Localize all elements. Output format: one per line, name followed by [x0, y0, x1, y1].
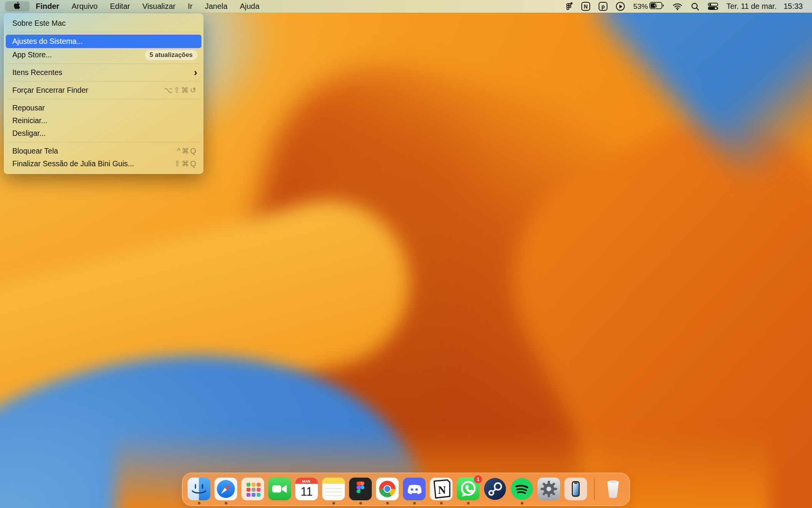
- dock-item-discord[interactable]: [403, 477, 426, 501]
- calendar-day-label: 11: [301, 485, 313, 498]
- menubar-item-janela[interactable]: Janela: [199, 1, 234, 12]
- menubar-date: Ter. 11 de mar.: [726, 2, 777, 11]
- control-center-icon[interactable]: [704, 3, 722, 10]
- menu-separator: [8, 64, 200, 64]
- menu-item-ajustes-do-sistema[interactable]: Ajustes do Sistema...: [6, 35, 201, 48]
- menu-item-shortcut: ⇧⌘Q: [174, 159, 197, 168]
- dock-separator: [594, 478, 595, 500]
- running-indicator: [386, 502, 389, 505]
- menubar-app-name[interactable]: Finder: [30, 1, 65, 12]
- dock-item-notion[interactable]: N: [429, 477, 453, 501]
- running-indicator: [198, 502, 200, 505]
- wifi-status-icon[interactable]: [668, 3, 687, 10]
- dock-item-chrome[interactable]: [376, 477, 399, 501]
- menubar-clock[interactable]: Ter. 11 de mar. 15:33: [722, 2, 803, 11]
- notion-status-icon[interactable]: N: [577, 2, 594, 11]
- running-indicator: [521, 502, 523, 505]
- menu-separator: [8, 81, 200, 82]
- dock-item-notes[interactable]: [322, 477, 345, 501]
- menu-bar: Finder Arquivo Editar Visualizar Ir Jane…: [0, 0, 812, 13]
- desktop: Finder Arquivo Editar Visualizar Ir Jane…: [0, 0, 812, 508]
- dock-item-calendar[interactable]: MAR. 11: [295, 477, 318, 501]
- menu-item-label: Repousar: [12, 104, 197, 112]
- menu-item-repousar[interactable]: Repousar: [4, 102, 203, 114]
- dock-item-safari[interactable]: [214, 477, 238, 501]
- menu-item-shortcut: ⌥⇧⌘↺: [164, 86, 197, 95]
- menu-item-label: Desligar...: [12, 129, 197, 138]
- dock-item-system-settings[interactable]: [537, 477, 561, 501]
- menu-item-label: Forçar Encerrar Finder: [12, 86, 164, 95]
- menu-item-label: Reiniciar...: [12, 116, 197, 125]
- battery-icon: [649, 2, 664, 11]
- menu-item-forcar-encerrar-finder[interactable]: Forçar Encerrar Finder ⌥⇧⌘↺: [4, 84, 203, 97]
- running-indicator: [225, 502, 227, 505]
- menu-item-label: Ajustes do Sistema...: [12, 37, 197, 46]
- menubar-time: 15:33: [784, 2, 803, 11]
- menu-item-reiniciar[interactable]: Reiniciar...: [4, 114, 203, 127]
- spotlight-search-icon[interactable]: [687, 2, 704, 11]
- playback-status-icon[interactable]: [612, 2, 629, 11]
- notion-letter: N: [438, 484, 446, 496]
- menu-item-itens-recentes[interactable]: Itens Recentes ›: [4, 66, 203, 79]
- menu-separator: [8, 32, 200, 32]
- running-indicator: [467, 502, 469, 505]
- menubar-item-arquivo[interactable]: Arquivo: [65, 1, 104, 12]
- battery-percent: 53%: [633, 2, 649, 11]
- running-indicator: [440, 502, 443, 505]
- p-app-status-icon[interactable]: p: [594, 2, 612, 11]
- menu-item-desligar[interactable]: Desligar...: [4, 127, 203, 140]
- menubar-status-area: N p 53%: [561, 2, 803, 11]
- battery-status[interactable]: 53%: [629, 2, 668, 11]
- updates-badge: 5 atualizações: [145, 50, 197, 60]
- menu-item-label: Sobre Este Mac: [12, 19, 197, 28]
- menu-item-bloquear-tela[interactable]: Bloquear Tela ^⌘Q: [4, 145, 203, 157]
- dock-item-launchpad[interactable]: [241, 477, 265, 501]
- apple-menu-button[interactable]: [5, 1, 30, 12]
- running-indicator: [413, 502, 416, 505]
- menu-item-label: Itens Recentes: [12, 68, 194, 77]
- menubar-item-ajuda[interactable]: Ajuda: [234, 1, 266, 12]
- dock-item-figma[interactable]: [349, 477, 372, 501]
- dock-item-whatsapp[interactable]: 1: [456, 477, 480, 501]
- dock-item-trash[interactable]: [601, 477, 625, 501]
- running-indicator: [359, 502, 362, 505]
- menubar-item-editar[interactable]: Editar: [104, 1, 136, 12]
- menu-item-shortcut: ^⌘Q: [177, 147, 197, 155]
- calendar-month-label: MAR.: [302, 480, 311, 483]
- apple-menu-dropdown: Sobre Este Mac Ajustes do Sistema... App…: [4, 13, 203, 174]
- dock-item-facetime[interactable]: [268, 477, 291, 501]
- dock-item-finder[interactable]: [187, 477, 211, 501]
- notification-badge: 1: [474, 475, 482, 483]
- menu-item-label: App Store...: [12, 50, 145, 59]
- menubar-item-ir[interactable]: Ir: [182, 1, 199, 12]
- running-indicator: [332, 502, 335, 505]
- menu-item-app-store[interactable]: App Store... 5 atualizações: [4, 48, 203, 61]
- dock-item-iphone-mirroring[interactable]: [564, 477, 587, 501]
- menu-separator: [8, 142, 200, 142]
- dock-item-spotify[interactable]: [510, 477, 534, 501]
- menu-item-finalizar-sessao[interactable]: Finalizar Sessão de Julia Bini Guis... ⇧…: [4, 157, 203, 170]
- submenu-chevron-icon: ›: [194, 67, 197, 77]
- menu-separator: [8, 99, 200, 99]
- dock: MAR. 11: [182, 473, 630, 506]
- apple-icon: [14, 1, 21, 12]
- menu-item-label: Finalizar Sessão de Julia Bini Guis...: [12, 159, 174, 168]
- menu-item-sobre-este-mac[interactable]: Sobre Este Mac: [4, 17, 203, 30]
- menubar-item-visualizar[interactable]: Visualizar: [136, 1, 181, 12]
- figma-status-icon[interactable]: [561, 2, 577, 11]
- dock-item-steam[interactable]: [483, 477, 507, 501]
- menu-item-label: Bloquear Tela: [12, 147, 177, 155]
